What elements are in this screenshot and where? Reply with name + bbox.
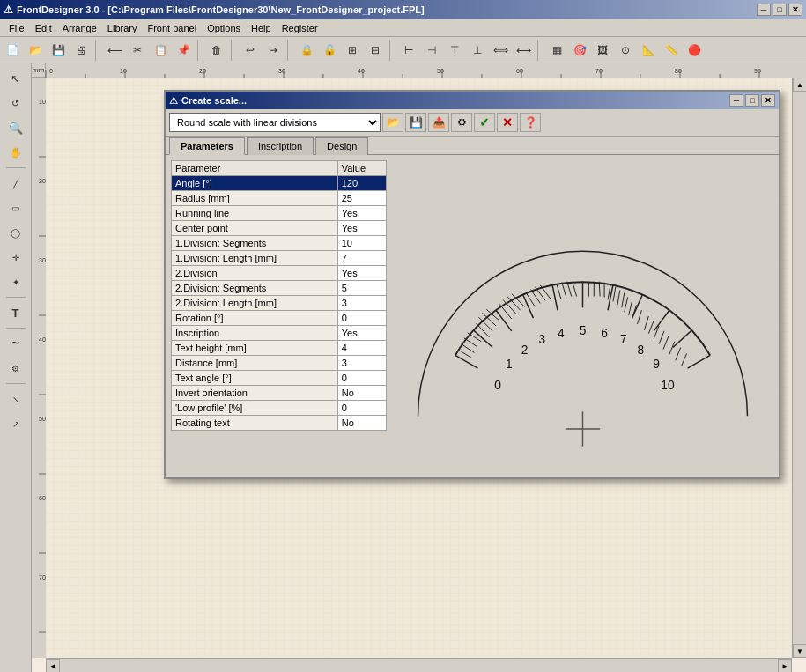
tool-cross[interactable]: ✛ xyxy=(4,246,27,269)
param-row-2[interactable]: Running lineYes xyxy=(172,206,387,221)
tab-inscription[interactable]: Inscription xyxy=(247,137,314,155)
tb-btn-5[interactable]: ⟵ xyxy=(104,40,125,61)
lock-button[interactable]: 🔒 xyxy=(296,40,317,61)
minimize-button[interactable]: ─ xyxy=(757,4,771,16)
svg-text:40: 40 xyxy=(39,336,46,343)
menu-item-file[interactable]: File xyxy=(4,21,30,35)
param-value-7: 5 xyxy=(337,281,386,296)
tool-shape[interactable]: ✦ xyxy=(4,270,27,293)
menu-item-front panel[interactable]: Front panel xyxy=(142,21,202,35)
param-row-4[interactable]: 1.Division: Segments10 xyxy=(172,236,387,251)
menu-item-arrange[interactable]: Arrange xyxy=(57,21,102,35)
tab-design[interactable]: Design xyxy=(315,137,368,155)
tb-btn-25[interactable]: 📏 xyxy=(661,40,682,61)
major-tick-2 xyxy=(496,310,512,331)
distribute-h-button[interactable]: ⟺ xyxy=(490,40,511,61)
dialog-scroll-up[interactable]: ▲ xyxy=(793,78,806,92)
tb-btn-15[interactable]: ⊟ xyxy=(365,40,386,61)
dlg-help-button[interactable]: ❓ xyxy=(520,113,541,132)
param-row-8[interactable]: 2.Division: Length [mm]3 xyxy=(172,296,387,311)
tb-btn-23[interactable]: ⊙ xyxy=(615,40,636,61)
tool-pan[interactable]: ✋ xyxy=(4,141,27,164)
tb-btn-26[interactable]: 🔴 xyxy=(684,40,705,61)
dialog-scrollbar-right[interactable]: ▲ ▼ xyxy=(792,78,806,658)
delete-button[interactable]: 🗑 xyxy=(206,40,227,61)
tool-gear[interactable]: ⚙ xyxy=(4,357,27,380)
svg-text:60: 60 xyxy=(516,68,523,74)
redo-button[interactable]: ↪ xyxy=(263,40,284,61)
align-left-button[interactable]: ⊢ xyxy=(398,40,419,61)
grid-button[interactable]: ▦ xyxy=(546,40,567,61)
major-tick-10 xyxy=(688,355,711,368)
menu-item-help[interactable]: Help xyxy=(246,21,277,35)
scrollbar-bottom[interactable]: ◄ ► xyxy=(46,658,792,672)
dlg-cancel-icon[interactable]: ✕ xyxy=(497,113,518,132)
maximize-button[interactable]: □ xyxy=(773,4,787,16)
tool-wave[interactable]: 〜 xyxy=(4,332,27,355)
param-row-15[interactable]: 'Low profile' [%]0 xyxy=(172,401,387,416)
scale-type-select[interactable]: Round scale with linear divisionsRound s… xyxy=(169,113,381,132)
tool-rotate[interactable]: ↺ xyxy=(4,92,27,114)
param-row-10[interactable]: InscriptionYes xyxy=(172,326,387,341)
param-row-12[interactable]: Distance [mm]3 xyxy=(172,356,387,371)
open-button[interactable]: 📂 xyxy=(25,40,46,61)
align-center-button[interactable]: ⊣ xyxy=(421,40,442,61)
tool-circle[interactable]: ◯ xyxy=(4,221,27,244)
dialog-minimize-button[interactable]: ─ xyxy=(729,94,743,107)
menu-item-edit[interactable]: Edit xyxy=(30,21,57,35)
param-row-14[interactable]: Invert orientationNo xyxy=(172,386,387,401)
param-row-1[interactable]: Radius [mm]25 xyxy=(172,191,387,206)
menu-item-options[interactable]: Options xyxy=(202,21,246,35)
param-row-5[interactable]: 1.Division: Length [mm]7 xyxy=(172,251,387,266)
tab-parameters[interactable]: Parameters xyxy=(169,137,245,155)
tb-btn-22[interactable]: 🖼 xyxy=(592,40,613,61)
tool-text[interactable]: T xyxy=(4,301,27,324)
undo-button[interactable]: ↩ xyxy=(240,40,261,61)
cut-button[interactable]: ✂ xyxy=(127,40,148,61)
unlock-button[interactable]: 🔓 xyxy=(319,40,340,61)
menu-item-register[interactable]: Register xyxy=(277,21,323,35)
scroll-left-button[interactable]: ◄ xyxy=(46,659,60,672)
save-button[interactable]: 💾 xyxy=(48,40,69,61)
param-row-13[interactable]: Text angle [°]0 xyxy=(172,371,387,386)
dialog-close-button[interactable]: ✕ xyxy=(761,94,775,107)
print-button[interactable]: 🖨 xyxy=(70,40,92,61)
new-button[interactable]: 📄 xyxy=(2,40,23,61)
dlg-apply-button[interactable]: ✓ xyxy=(474,113,495,132)
param-value-2: Yes xyxy=(337,206,386,221)
tool-zoom[interactable]: 🔍 xyxy=(4,116,27,139)
param-row-9[interactable]: Rotation [°]0 xyxy=(172,311,387,326)
dialog-maximize-button[interactable]: □ xyxy=(745,94,759,107)
dialog-scroll-down[interactable]: ▼ xyxy=(793,644,806,658)
svg-text:0: 0 xyxy=(49,68,53,74)
paste-button[interactable]: 📌 xyxy=(173,40,194,61)
scroll-right-button[interactable]: ► xyxy=(778,659,792,672)
tool-line[interactable]: ╱ xyxy=(4,172,27,195)
param-row-0[interactable]: Angle [°]120 xyxy=(172,176,387,191)
tool-arrow-se[interactable]: ↘ xyxy=(4,388,27,410)
param-row-6[interactable]: 2.DivisionYes xyxy=(172,266,387,281)
close-button[interactable]: ✕ xyxy=(788,4,802,16)
param-row-3[interactable]: Center pointYes xyxy=(172,221,387,236)
menu-item-library[interactable]: Library xyxy=(102,21,143,35)
copy-button[interactable]: 📋 xyxy=(150,40,171,61)
tool-arrow-ne[interactable]: ↗ xyxy=(4,412,27,435)
dlg-save-button[interactable]: 💾 xyxy=(405,113,426,132)
param-row-11[interactable]: Text height [mm]4 xyxy=(172,341,387,356)
dlg-settings-button[interactable]: ⚙ xyxy=(451,113,472,132)
dlg-open-button[interactable]: 📂 xyxy=(382,113,403,132)
tool-select[interactable]: ↖ xyxy=(4,67,27,90)
distribute-v-button[interactable]: ⟷ xyxy=(513,40,534,61)
param-row-7[interactable]: 2.Division: Segments5 xyxy=(172,281,387,296)
dlg-export-button[interactable]: 📤 xyxy=(428,113,449,132)
minor-tick-0-3 xyxy=(464,338,477,347)
tb-btn-14[interactable]: ⊞ xyxy=(342,40,363,61)
ruler-top: 0 10 20 30 40 50 60 70 80 xyxy=(46,63,806,78)
tool-rect[interactable]: ▭ xyxy=(4,196,27,219)
canvas-area[interactable]: mm 0 10 20 30 40 50 xyxy=(32,63,806,672)
tb-btn-24[interactable]: 📐 xyxy=(638,40,659,61)
snap-button[interactable]: 🎯 xyxy=(569,40,590,61)
param-row-16[interactable]: Rotating textNo xyxy=(172,416,387,431)
align-right-button[interactable]: ⊤ xyxy=(444,40,465,61)
align-top-button[interactable]: ⊥ xyxy=(467,40,488,61)
